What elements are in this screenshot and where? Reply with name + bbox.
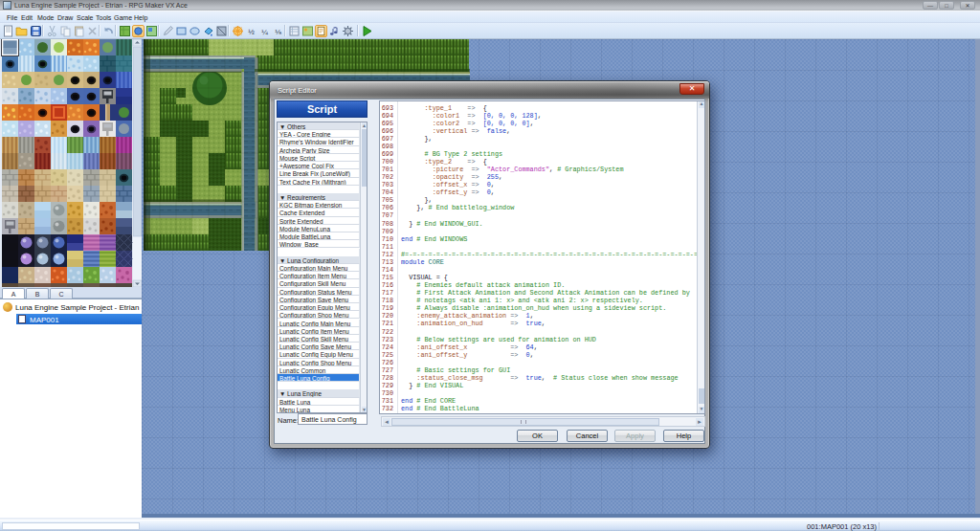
svg-text:⅛: ⅛ bbox=[275, 28, 281, 36]
svg-text:¼: ¼ bbox=[261, 28, 268, 36]
svg-text:½: ½ bbox=[248, 28, 255, 36]
